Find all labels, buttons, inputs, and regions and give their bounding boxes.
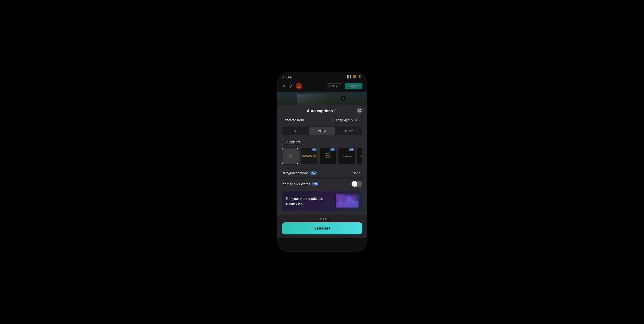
modal-info-icon[interactable]: ⓘ bbox=[334, 109, 337, 113]
bilingual-captions-chevron: › bbox=[361, 171, 362, 175]
template-quick-brown1-text: The quick br... bbox=[341, 154, 353, 158]
filler-words-pro-badge: Pro bbox=[312, 182, 318, 186]
modal-close-button[interactable]: ✕ bbox=[356, 107, 363, 114]
promo-banner[interactable]: Edit your video podcasts in one click bbox=[282, 191, 362, 211]
modal-header: Auto captions ⓘ ✕ bbox=[277, 105, 367, 117]
template-brown-fox[interactable]: BROWN FOX Pro bbox=[301, 148, 317, 164]
no-style-icon: ⊘ bbox=[288, 153, 292, 159]
toggle-knob bbox=[352, 181, 357, 187]
template-quick-brown1[interactable]: The quick br... Pro bbox=[338, 148, 355, 164]
modal-body: Generate from Language: Auto › All Video… bbox=[277, 117, 367, 215]
templates-carousel[interactable]: ⊘ BROWN FOX Pro TURNTEXTINTO Pro The qui… bbox=[282, 148, 362, 164]
template-turn-into-text: TURNTEXTINTO bbox=[325, 153, 330, 159]
bilingual-captions-row: Bilingual captions Pro None › bbox=[282, 168, 362, 178]
auto-captions-modal: Auto captions ⓘ ✕ Generate from Language… bbox=[277, 105, 367, 238]
source-voiceover-button[interactable]: Voiceover bbox=[336, 127, 362, 134]
filler-words-row: Identify filler words Pro bbox=[282, 178, 362, 190]
source-video-button[interactable]: Video bbox=[309, 127, 335, 134]
bilingual-captions-value[interactable]: None › bbox=[352, 171, 362, 175]
promo-text: Edit your video podcasts in one click bbox=[286, 196, 326, 206]
filler-words-label: Identify filler words Pro bbox=[282, 182, 318, 186]
bilingual-captions-none: None bbox=[352, 171, 360, 175]
generate-from-row: Generate from Language: Auto › bbox=[282, 117, 362, 123]
filler-words-toggle[interactable] bbox=[351, 181, 362, 187]
uses-left-text: 2 uses left bbox=[282, 217, 362, 221]
bilingual-captions-pro-badge: Pro bbox=[310, 172, 316, 175]
phone-container: 12:44 ▐▌▌ 📶 🔋 ✕ ? 🔥 1080P ▾ Export ✎ bbox=[277, 72, 367, 252]
language-button[interactable]: Language: Auto › bbox=[332, 117, 362, 123]
template-quick-brown1-pro-badge: Pro bbox=[349, 148, 354, 151]
bilingual-captions-label: Bilingual captions Pro bbox=[282, 171, 317, 175]
filler-words-text: Identify filler words bbox=[282, 182, 310, 186]
generate-from-label: Generate from bbox=[282, 118, 304, 122]
generate-button[interactable]: Generate bbox=[282, 222, 362, 234]
template-quick-brown2-text: The quick brown bbox=[359, 154, 362, 158]
template-turn-into-pro-badge: Pro bbox=[330, 148, 335, 151]
modal-title: Auto captions bbox=[307, 109, 333, 113]
template-brown-fox-text: BROWN FOX bbox=[302, 155, 316, 157]
templates-label-row: Templates bbox=[282, 139, 362, 145]
promo-chart-icon bbox=[337, 195, 358, 207]
template-turn-into[interactable]: TURNTEXTINTO Pro bbox=[320, 148, 336, 164]
generate-area: 2 uses left Generate bbox=[277, 215, 367, 238]
template-none[interactable]: ⊘ bbox=[282, 148, 298, 164]
source-selector: All Video Voiceover bbox=[282, 126, 362, 135]
template-quick-brown2[interactable]: The quick brown bbox=[357, 148, 362, 164]
source-all-button[interactable]: All bbox=[282, 127, 308, 134]
templates-tag[interactable]: Templates bbox=[282, 139, 304, 145]
promo-visual bbox=[336, 194, 359, 208]
template-pro-badge: Pro bbox=[312, 148, 316, 151]
bilingual-captions-text: Bilingual captions bbox=[282, 171, 309, 175]
